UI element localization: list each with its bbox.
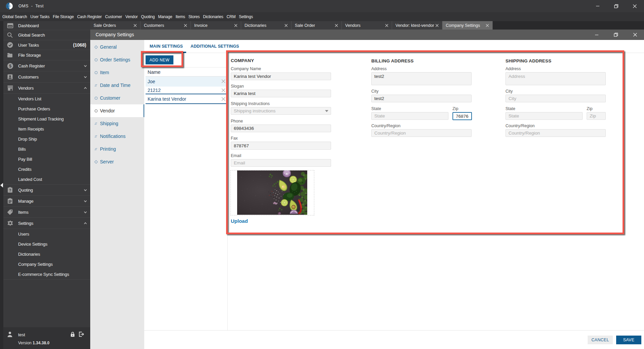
svg-text:?: ? bbox=[9, 188, 11, 192]
svg-text:$: $ bbox=[9, 63, 11, 68]
